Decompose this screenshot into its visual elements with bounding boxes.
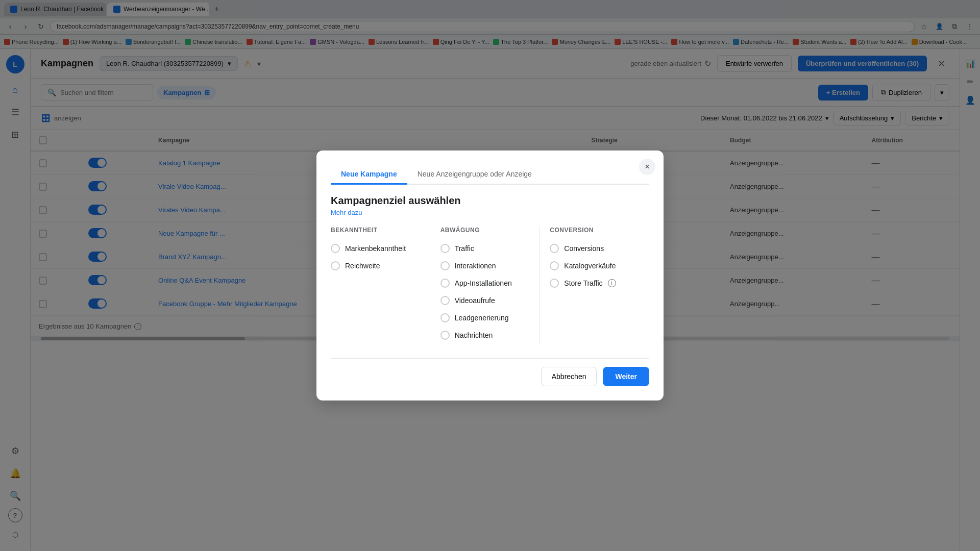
store-traffic-info-icon[interactable]: i xyxy=(608,279,616,287)
column-header-conversion: Conversion xyxy=(550,227,649,234)
option-label-katalogverkauefe: Katalogverkäufe xyxy=(564,262,616,270)
cancel-button[interactable]: Abbrechen xyxy=(541,367,597,386)
column-header-bekanntheit: Bekanntheit xyxy=(331,227,420,234)
next-button[interactable]: Weiter xyxy=(603,367,649,386)
radio-conversions[interactable] xyxy=(550,244,559,253)
option-videoaufrufe[interactable]: Videoaufrufe xyxy=(440,292,529,309)
option-label-reichweite: Reichweite xyxy=(345,262,380,270)
modal-title: Kampagnenziel auswählen xyxy=(331,195,649,207)
radio-nachrichten[interactable] xyxy=(440,331,450,340)
tab-new-campaign[interactable]: Neue Kampagne xyxy=(331,165,407,185)
option-label-traffic: Traffic xyxy=(455,244,474,253)
radio-videoaufrufe[interactable] xyxy=(440,296,450,305)
option-store-traffic[interactable]: Store Traffic i xyxy=(550,274,649,292)
option-markenbekanntheit[interactable]: Markenbekanntheit xyxy=(331,240,420,257)
option-nachrichten[interactable]: Nachrichten xyxy=(440,327,529,344)
option-label-conversions: Conversions xyxy=(564,244,604,253)
column-conversion: Conversion Conversions Katalogverkäufe S… xyxy=(550,227,649,344)
option-leadgenerierung[interactable]: Leadgenerierung xyxy=(440,309,529,327)
option-label-app-installationen: App-Installationen xyxy=(455,279,512,287)
option-label-leadgenerierung: Leadgenerierung xyxy=(455,314,509,322)
option-katalogverkauefe[interactable]: Katalogverkäufe xyxy=(550,257,649,274)
modal-close-button[interactable]: × xyxy=(639,159,655,175)
option-app-installationen[interactable]: App-Installationen xyxy=(440,274,529,292)
option-label-videoaufrufe: Videoaufrufe xyxy=(455,296,495,305)
radio-store-traffic[interactable] xyxy=(550,279,559,288)
column-header-abwaegung: Abwägung xyxy=(440,227,529,234)
radio-markenbekanntheit[interactable] xyxy=(331,244,340,253)
option-label-interaktionen: Interaktionen xyxy=(455,262,496,270)
option-interaktionen[interactable]: Interaktionen xyxy=(440,257,529,274)
modal-tab-bar: Neue Kampagne Neue Anzeigengruppe oder A… xyxy=(331,165,649,185)
option-traffic[interactable]: Traffic xyxy=(440,240,529,257)
option-label-markenbekanntheit: Markenbekanntheit xyxy=(345,244,406,253)
option-conversions[interactable]: Conversions xyxy=(550,240,649,257)
column-abwaegung: Abwägung Traffic Interaktionen App-Insta… xyxy=(440,227,540,344)
radio-interaktionen[interactable] xyxy=(440,261,450,270)
radio-katalogverkauefe[interactable] xyxy=(550,261,559,270)
modal-footer: Abbrechen Weiter xyxy=(331,358,649,386)
modal-subtitle[interactable]: Mehr dazu xyxy=(331,209,649,216)
tab-new-adgroup[interactable]: Neue Anzeigengruppe oder Anzeige xyxy=(407,165,542,185)
radio-app-installationen[interactable] xyxy=(440,279,450,288)
option-reichweite[interactable]: Reichweite xyxy=(331,257,420,274)
option-label-nachrichten: Nachrichten xyxy=(455,331,493,339)
option-label-store-traffic: Store Traffic xyxy=(564,279,602,287)
modal-overlay[interactable]: Neue Kampagne Neue Anzeigengruppe oder A… xyxy=(0,0,980,551)
options-grid: Bekanntheit Markenbekanntheit Reichweite… xyxy=(331,227,649,344)
new-campaign-modal: Neue Kampagne Neue Anzeigengruppe oder A… xyxy=(316,151,664,400)
column-bekanntheit: Bekanntheit Markenbekanntheit Reichweite xyxy=(331,227,430,344)
radio-traffic[interactable] xyxy=(440,244,450,253)
radio-leadgenerierung[interactable] xyxy=(440,313,450,322)
radio-reichweite[interactable] xyxy=(331,261,340,270)
